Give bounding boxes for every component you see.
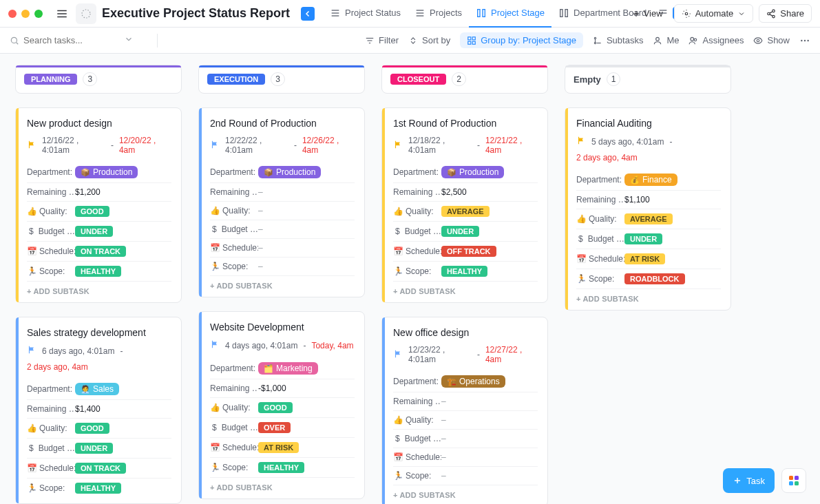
tab-project-stage[interactable]: Project Stage [469,0,551,28]
task-card[interactable]: 2nd Round of Production 12/22/22 , 4:01a… [198,107,365,297]
add-subtask-button[interactable]: + ADD SUBTASK [210,276,273,291]
column-header[interactable]: CLOSEOUT 2 [381,65,548,94]
department-icon: 💰 [630,176,640,185]
task-card[interactable]: 1st Round of Production 12/18/22 , 4:01a… [381,107,548,303]
column-accent [565,65,730,67]
task-card[interactable]: Website Development 4 days ago, 4:01am -… [198,311,365,499]
svg-rect-31 [468,41,471,44]
add-subtask-button[interactable]: + ADD SUBTASK [210,478,273,493]
field-label-scope: 🏃Scope: [27,266,75,276]
automate-button[interactable]: Automate [674,4,754,23]
floating-buttons: Task [723,468,806,493]
field-label-remaining: Remaining … [210,187,258,197]
tab-projects[interactable]: Projects [408,0,469,28]
schedule-chip: ON TRACK [75,463,126,474]
quality-value: – [441,415,446,425]
search-dropdown-icon[interactable] [124,34,134,46]
more-menu-icon[interactable] [799,35,810,46]
menu-button[interactable] [54,6,70,22]
task-title: Sales strategy development [27,327,171,338]
add-subtask-button[interactable]: + ADD SUBTASK [393,485,456,501]
column-execution: EXECUTION 3 2nd Round of Production 12/2… [198,65,365,499]
sortby-button[interactable]: Sort by [408,35,450,45]
task-card[interactable]: New office design 12/23/22 , 4:01am - 12… [381,317,548,504]
doc-icon [76,3,96,24]
flag-icon [210,140,220,151]
remaining-value: -$1,000 [258,384,286,393]
svg-point-38 [695,39,697,41]
add-subtask-button[interactable]: + ADD SUBTASK [27,282,90,297]
minimize-window-icon[interactable] [21,10,30,18]
filter-button[interactable]: Filter [365,35,399,45]
department-chip: 📦 Production [75,166,138,178]
field-label-remaining: Remaining … [393,397,441,406]
filter-label: Filter [379,35,399,45]
stage-pill: PLANNING [24,74,77,85]
apps-button[interactable] [781,468,806,493]
field-label-quality: 👍Quality: [393,207,441,216]
svg-point-40 [801,39,802,41]
field-label-schedule: 📅Schedule: [210,243,258,253]
field-label-remaining: Remaining … [393,187,441,197]
plus-icon [733,476,742,485]
fullscreen-window-icon[interactable] [34,10,43,18]
new-task-button[interactable]: Task [723,468,775,493]
date-row: 4 days ago, 4:01am - Today, 4am [210,339,355,351]
card-accent [199,108,202,297]
me-button[interactable]: Me [653,35,679,45]
department-label: Finance [642,175,672,185]
department-label: Sales [93,384,114,394]
close-window-icon[interactable] [8,10,17,18]
department-chip: 📦 Production [441,166,504,178]
add-subtask-button[interactable]: + ADD SUBTASK [393,282,456,297]
department-icon: 🧑‍💼 [81,385,90,394]
field-label-scope: 🏃Scope: [393,471,441,481]
field-label-quality: 👍Quality: [393,415,441,425]
groupby-chip[interactable]: Group by: Project Stage [460,32,583,48]
schedule-value: – [258,243,263,253]
svg-point-37 [691,37,694,41]
department-chip: 🗂️ Marketing [258,362,318,375]
task-card[interactable]: Sales strategy development 6 days ago, 4… [15,317,182,504]
assignees-label: Assignees [702,35,744,45]
column-header[interactable]: Empty 1 [565,65,731,94]
back-button[interactable] [301,7,315,21]
date-row: 12/22/22 , 4:01am - 12/26/22 , 4am [210,136,355,155]
field-label-budget: $Budget … [27,227,75,236]
column-header[interactable]: PLANNING 3 [15,65,182,94]
field-label-schedule: 📅Schedule: [210,443,258,452]
tab-label: Project Status [345,8,401,18]
field-label-remaining: Remaining … [576,195,624,204]
date-row: 12/16/22 , 4:01am - 12/20/22 , 4am [27,136,171,155]
new-task-label: Task [746,476,765,486]
show-button[interactable]: Show [753,35,790,45]
scope-value: – [258,262,263,271]
stage-pill: CLOSEOUT [390,74,446,85]
field-label-scope: 🏃Scope: [393,266,441,276]
column-header[interactable]: EXECUTION 3 [198,65,365,94]
toolbar: Filter Sort by Group by: Project Stage S… [0,28,820,54]
department-icon: 📦 [264,168,273,177]
svg-point-34 [594,42,596,43]
column-accent [382,65,547,67]
flag-icon [27,345,36,357]
assignees-button[interactable]: Assignees [688,35,744,45]
tab-project-status[interactable]: Project Status [323,0,408,28]
subtasks-button[interactable]: Subtasks [593,35,643,45]
add-view-button[interactable]: View [626,5,669,22]
search-input[interactable] [23,35,120,45]
task-card[interactable]: Financial Auditing 5 days ago, 4:01am - … [565,107,731,311]
svg-line-25 [17,42,19,44]
share-button[interactable]: Share [759,4,812,23]
remaining-value: – [441,397,446,406]
svg-point-41 [804,39,806,41]
date-sep: - [477,140,480,150]
task-card[interactable]: New product design 12/16/22 , 4:01am - 1… [15,107,182,303]
svg-point-20 [768,12,770,15]
budget-chip: OVER [258,422,291,433]
add-subtask-button[interactable]: + ADD SUBTASK [576,289,639,304]
field-label-department: Department: [576,175,624,185]
scope-chip: HEALTHY [75,483,121,494]
remaining-value: $1,400 [75,404,101,414]
field-label-schedule: 📅Schedule: [393,452,441,462]
